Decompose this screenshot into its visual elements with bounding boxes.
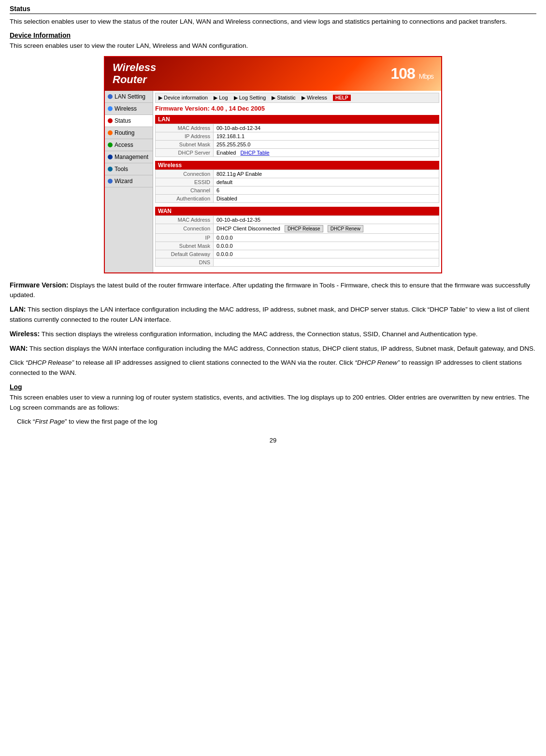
wireless-label: Wireless: [10, 330, 40, 338]
wireless-section-title: Wireless [155, 161, 439, 170]
firmware-para: Firmware Version: Displays the latest bu… [10, 280, 536, 301]
sidebar-label: Routing [115, 129, 134, 136]
sidebar-item-status[interactable]: Status [105, 115, 153, 127]
table-row: MAC Address 00-10-ab-cd-12-34 [156, 124, 439, 132]
table-row: MAC Address 00-10-ab-cd-12-35 [156, 215, 439, 224]
sidebar-item-wizard[interactable]: Wizard [105, 175, 153, 187]
table-row: Connection 802.11g AP Enable [156, 170, 439, 178]
router-nav-bar: Device information Log Log Setting Stati… [155, 93, 439, 103]
sidebar-label: Management [115, 154, 148, 160]
wan-ip-value: 0.0.0.0 [214, 233, 439, 242]
nav-log-setting[interactable]: Log Setting [234, 95, 266, 101]
table-row: Connection DHCP Client Disconnected DHCP… [156, 224, 439, 233]
status-section: Status This selection enables user to vi… [10, 5, 536, 27]
router-logo: Wireless Router [113, 62, 156, 85]
help-button[interactable]: HELP [333, 95, 351, 101]
lan-para: LAN: This section displays the LAN inter… [10, 304, 536, 325]
wireless-essid-label: ESSID [156, 178, 214, 186]
sidebar-item-wireless[interactable]: Wireless [105, 103, 153, 115]
wan-text: This section displays the WAN interface … [29, 345, 535, 352]
wan-subnet-label: Subnet Mask [156, 242, 214, 250]
sidebar-dot [108, 94, 113, 99]
log-first-page: Click “First Page” to view the first pag… [10, 417, 536, 427]
router-body: LAN Setting Wireless Status Routing Acce… [105, 91, 441, 272]
table-row: IP Address 192.168.1.1 [156, 132, 439, 140]
wireless-channel-label: Channel [156, 186, 214, 194]
router-speed: 108 Mbps [390, 65, 433, 83]
sidebar-label: Status [115, 117, 131, 124]
wireless-para: Wireless: This section displays the wire… [10, 329, 536, 340]
wireless-info-section: Wireless Connection 802.11g AP Enable ES… [155, 161, 439, 203]
sidebar-dot [108, 130, 113, 135]
lan-ip-value: 192.168.1.1 [214, 132, 439, 140]
sidebar-item-routing[interactable]: Routing [105, 127, 153, 139]
device-info-section: Device Information This screen enables u… [10, 31, 536, 51]
dhcp-renew-link: “DHCP Renew” [355, 359, 400, 366]
wan-gateway-label: Default Gateway [156, 250, 214, 258]
device-info-description: This screen enables user to view the rou… [10, 41, 536, 51]
nav-log[interactable]: Log [214, 95, 228, 101]
sidebar-label: LAN Setting [115, 93, 145, 100]
first-page-link: First Page [35, 418, 65, 425]
dhcp-release-text2: to release all IP addresses assigned to … [74, 359, 355, 366]
lan-mac-label: MAC Address [156, 124, 214, 132]
sidebar-label: Access [115, 142, 133, 148]
sidebar-item-tools[interactable]: Tools [105, 163, 153, 175]
table-row: Subnet Mask 255.255.255.0 [156, 140, 439, 148]
wireless-auth-label: Authentication [156, 194, 214, 202]
wan-info-section: WAN MAC Address 00-10-ab-cd-12-35 Connec… [155, 207, 439, 267]
lan-dhcp-label: DHCP Server [156, 148, 214, 157]
nav-statistic[interactable]: Statistic [272, 95, 296, 101]
lan-table: MAC Address 00-10-ab-cd-12-34 IP Address… [155, 124, 439, 157]
nav-device-info[interactable]: Device information [158, 95, 208, 101]
log-description: This screen enables user to view a runni… [10, 393, 536, 413]
router-header: Wireless Router 108 Mbps [105, 57, 441, 91]
page-number: 29 [10, 437, 536, 444]
wan-subnet-value: 0.0.0.0 [214, 242, 439, 250]
firmware-version-display: Firmware Version: 4.00 , 14 Dec 2005 [155, 105, 439, 112]
wan-conn-value: DHCP Client Disconnected DHCP Release DH… [214, 224, 439, 233]
wan-table: MAC Address 00-10-ab-cd-12-35 Connection… [155, 215, 439, 267]
device-info-title: Device Information [10, 31, 536, 39]
sidebar-dot [108, 167, 113, 171]
sidebar-label: Tools [115, 166, 128, 172]
nav-wireless[interactable]: Wireless [302, 95, 327, 101]
dhcp-table-link[interactable]: DHCP Table [241, 150, 270, 156]
log-section: Log This screen enables user to view a r… [10, 383, 536, 427]
table-row: Authentication Disabled [156, 194, 439, 202]
wireless-text: This section displays the wireless confi… [42, 330, 478, 338]
sidebar-item-management[interactable]: Management [105, 151, 153, 163]
wan-ip-label: IP [156, 233, 214, 242]
table-row: IP 0.0.0.0 [156, 233, 439, 242]
wireless-essid-value: default [214, 178, 439, 186]
wireless-conn-value: 802.11g AP Enable [214, 170, 439, 178]
dhcp-release-button[interactable]: DHCP Release [285, 225, 323, 232]
sidebar-item-access[interactable]: Access [105, 139, 153, 151]
lan-subnet-value: 255.255.255.0 [214, 140, 439, 148]
wan-para: WAN: This section displays the WAN inter… [10, 343, 536, 354]
firmware-text: Displays the latest build of the router … [10, 282, 530, 299]
lan-mac-value: 00-10-ab-cd-12-34 [214, 124, 439, 132]
dhcp-release-para: Click “DHCP Release” to release all IP a… [10, 358, 536, 378]
wan-section-title: WAN [155, 207, 439, 215]
table-row: Channel 6 [156, 186, 439, 194]
dhcp-renew-button[interactable]: DHCP Renew [328, 225, 363, 232]
wireless-auth-value: Disabled [214, 194, 439, 202]
lan-ip-label: IP Address [156, 132, 214, 140]
lan-info-section: LAN MAC Address 00-10-ab-cd-12-34 IP Add… [155, 115, 439, 157]
lan-section-title: LAN [155, 115, 439, 124]
wireless-conn-label: Connection [156, 170, 214, 178]
wan-label: WAN: [10, 344, 28, 352]
table-row: ESSID default [156, 178, 439, 186]
sidebar-item-lan-setting[interactable]: LAN Setting [105, 91, 153, 103]
wan-conn-label: Connection [156, 224, 214, 233]
dhcp-release-link: “DHCP Release” [26, 359, 74, 366]
lan-text: This section displays the LAN interface … [10, 306, 529, 323]
lan-dhcp-value: Enabled DHCP Table [214, 148, 439, 157]
sidebar-dot [108, 106, 113, 111]
sidebar-dot [108, 155, 113, 159]
dhcp-release-text1: Click [10, 359, 26, 366]
sidebar-label: Wizard [115, 178, 132, 185]
wireless-channel-value: 6 [214, 186, 439, 194]
table-row: Subnet Mask 0.0.0.0 [156, 242, 439, 250]
